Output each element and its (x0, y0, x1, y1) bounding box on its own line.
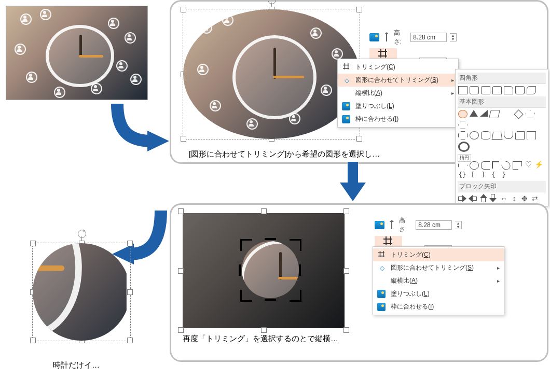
selection-box[interactable] (183, 9, 360, 139)
picture-icon (375, 221, 384, 229)
shape-block-arrow-l[interactable] (469, 194, 477, 202)
crop-dropdown-menu: トリミング(C) ◇図形に合わせてトリミング(S)▸ 縦横比(A)▸ 塗りつぶし… (373, 246, 504, 315)
crop-icon (379, 49, 388, 59)
fill-icon (342, 102, 351, 110)
shape-trapezoid[interactable] (501, 110, 512, 117)
result-cropped-image: 時計だけイ… (22, 227, 141, 362)
resize-handle[interactable] (127, 338, 133, 343)
shape-plaque[interactable] (527, 131, 536, 139)
menu-crop-to-shape[interactable]: ◇図形に合わせてトリミング(S)▸ (338, 74, 458, 87)
shape-block-arrow-u[interactable] (479, 194, 487, 202)
height-icon (389, 221, 396, 229)
shape-chord[interactable] (504, 131, 513, 139)
arrow-step2-icon (337, 162, 368, 203)
menu-fit[interactable]: 枠に合わせる(I) (338, 113, 458, 125)
gallery-section-rect: 四角形 (458, 73, 546, 84)
picture-icon (369, 33, 379, 41)
rotate-handle[interactable] (268, 0, 276, 4)
shape-diamond[interactable] (514, 109, 523, 119)
resize-handle[interactable] (178, 208, 184, 214)
shape-pentagon[interactable] (526, 110, 535, 118)
shape-diag-round-rect[interactable] (515, 86, 525, 94)
resize-handle[interactable] (343, 208, 349, 214)
shape-ellipse[interactable] (458, 110, 468, 118)
shape-bracket-l[interactable]: [ (469, 172, 477, 179)
original-image (6, 6, 148, 100)
menu-crop[interactable]: トリミング(C) (373, 248, 504, 261)
fit-icon (377, 303, 387, 311)
resize-handle[interactable] (178, 327, 184, 333)
shape-parallelogram[interactable] (489, 110, 500, 118)
caption-step1: [図形に合わせてトリミング]から希望の図形を選択し… (189, 149, 380, 159)
shape-notched[interactable] (513, 161, 522, 170)
gallery-section-block: ブロック矢印 (458, 181, 546, 192)
resize-handle[interactable] (178, 268, 184, 274)
svg-rect-0 (348, 162, 358, 184)
submenu-arrow-icon: ▸ (451, 77, 454, 83)
shape-triangle[interactable] (470, 110, 478, 117)
crop-dropdown-menu: トリミング(C) ◇図形に合わせてトリミング(S)▸ 縦横比(A)▸ 塗りつぶし… (337, 59, 459, 128)
shape-snip-diag-rect[interactable] (527, 86, 536, 94)
resize-handle[interactable] (127, 241, 133, 246)
shape-crop-icon: ◇ (342, 76, 351, 85)
height-label: 高さ: (399, 216, 412, 234)
resize-handle[interactable] (261, 327, 267, 333)
submenu-arrow-icon: ▸ (497, 265, 500, 271)
shape-top-round-rect[interactable] (492, 86, 502, 94)
height-icon (383, 33, 391, 41)
shape-brace-l[interactable]: {} (458, 172, 466, 179)
arrow-step1-icon (102, 104, 174, 156)
shape-bracket-r[interactable]: ] (479, 172, 487, 179)
shape-one-round-rect[interactable] (504, 86, 513, 94)
resize-handle[interactable] (181, 7, 186, 12)
shape-can[interactable] (481, 131, 490, 139)
resize-handle[interactable] (261, 208, 267, 214)
resize-handle[interactable] (356, 136, 362, 142)
height-spinner[interactable]: ▲▼ (450, 33, 457, 41)
menu-fit[interactable]: 枠に合わせる(I) (373, 300, 504, 313)
shape-arc[interactable] (500, 159, 512, 172)
resize-handle[interactable] (343, 327, 349, 333)
menu-crop[interactable]: トリミング(C) (338, 61, 458, 74)
shape-circle[interactable] (470, 131, 479, 139)
resize-handle[interactable] (356, 7, 362, 12)
shape-folded[interactable] (515, 131, 525, 139)
height-spinner[interactable]: ▲▼ (455, 221, 462, 229)
shape-round-rect[interactable] (470, 86, 479, 94)
shape-left-round[interactable] (481, 161, 490, 170)
shape-right-callout-arrow[interactable] (458, 161, 468, 170)
shape-hexagon[interactable] (458, 121, 468, 129)
height-input[interactable]: 8.28 cm (410, 33, 447, 42)
shape-donut[interactable] (458, 142, 470, 152)
shape-block-arrow-d[interactable] (490, 194, 497, 202)
shape-rect[interactable] (458, 86, 468, 94)
shape-brace-single-l[interactable]: { (489, 172, 498, 179)
crop-icon (384, 237, 393, 246)
caption-step2: 再度「トリミング」を選択するのとで縦横… (183, 334, 338, 344)
selection-box[interactable] (32, 243, 131, 341)
submenu-arrow-icon: ▸ (451, 90, 454, 96)
shape-cube[interactable] (492, 132, 503, 139)
menu-aspect-ratio[interactable]: 縦横比(A)▸ (338, 87, 458, 100)
gallery-section-basic: 基本図形 (458, 96, 546, 108)
menu-fill[interactable]: 塗りつぶし(L) (338, 100, 458, 113)
shape-snip-rect[interactable] (481, 86, 490, 94)
shape-l[interactable] (492, 161, 499, 169)
resize-handle[interactable] (181, 136, 186, 142)
ellipse-tooltip: 楕円 (458, 154, 471, 162)
fill-icon (377, 290, 387, 298)
height-input[interactable]: 8.28 cm (416, 220, 452, 230)
resize-handle[interactable] (343, 268, 349, 274)
menu-aspect-ratio[interactable]: 縦横比(A)▸ (373, 274, 504, 287)
shape-rt-triangle[interactable] (480, 110, 488, 117)
rotate-handle[interactable] (78, 230, 86, 238)
shape-octagon[interactable] (458, 131, 468, 139)
shape-pill[interactable] (470, 161, 479, 170)
shape-brace-single-r[interactable]: } (500, 172, 508, 179)
height-label: 高さ: (394, 29, 407, 46)
crop-icon (377, 251, 387, 259)
menu-crop-to-shape[interactable]: ◇図形に合わせてトリミング(S)▸ (373, 261, 504, 274)
resize-handle[interactable] (30, 338, 36, 343)
menu-fill[interactable]: 塗りつぶし(L) (373, 287, 504, 300)
resize-handle[interactable] (30, 241, 36, 246)
